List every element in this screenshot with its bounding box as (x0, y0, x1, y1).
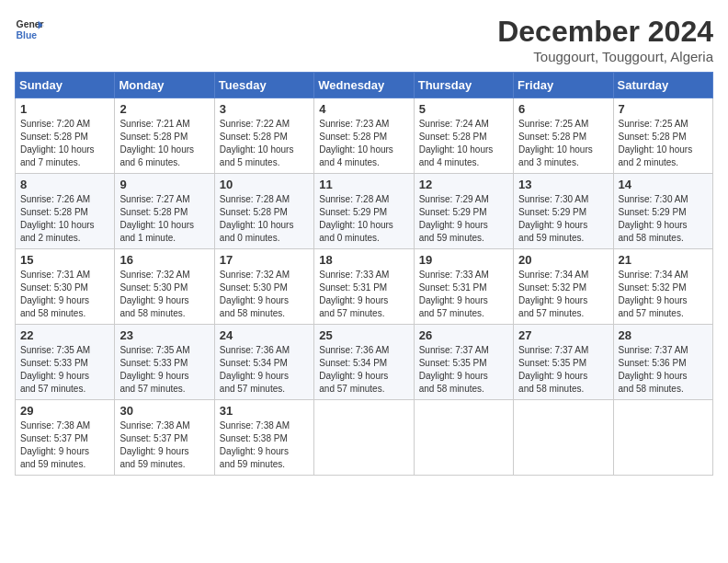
day-number: 28 (619, 328, 708, 342)
day-number: 30 (119, 404, 209, 418)
weekday-saturday: Saturday (613, 73, 712, 98)
day-info: Sunrise: 7:24 AM Sunset: 5:28 PM Dayligh… (419, 118, 508, 169)
title-area: December 2024 Touggourt, Touggourt, Alge… (497, 15, 713, 64)
day-info: Sunrise: 7:38 AM Sunset: 5:37 PM Dayligh… (20, 419, 109, 471)
day-number: 3 (220, 102, 309, 116)
day-cell: 26Sunrise: 7:37 AM Sunset: 5:35 PM Dayli… (414, 325, 513, 400)
weekday-sunday: Sunday (16, 73, 115, 98)
day-number: 9 (119, 178, 209, 191)
day-info: Sunrise: 7:35 AM Sunset: 5:33 PM Dayligh… (119, 344, 209, 396)
day-number: 6 (518, 102, 608, 116)
day-info: Sunrise: 7:34 AM Sunset: 5:32 PM Dayligh… (619, 269, 708, 320)
day-number: 26 (419, 328, 508, 342)
day-info: Sunrise: 7:25 AM Sunset: 5:28 PM Dayligh… (518, 118, 608, 169)
day-cell: 14Sunrise: 7:30 AM Sunset: 5:29 PM Dayli… (613, 174, 712, 249)
day-info: Sunrise: 7:25 AM Sunset: 5:28 PM Dayligh… (619, 118, 708, 169)
day-info: Sunrise: 7:36 AM Sunset: 5:34 PM Dayligh… (220, 344, 309, 396)
day-number: 14 (619, 178, 708, 191)
day-info: Sunrise: 7:27 AM Sunset: 5:28 PM Dayligh… (119, 193, 209, 245)
day-number: 18 (319, 253, 408, 267)
day-cell: 5Sunrise: 7:24 AM Sunset: 5:28 PM Daylig… (414, 98, 513, 174)
week-row-3: 15Sunrise: 7:31 AM Sunset: 5:30 PM Dayli… (16, 249, 713, 325)
weekday-tuesday: Tuesday (214, 73, 313, 98)
day-number: 27 (518, 328, 608, 342)
day-cell: 10Sunrise: 7:28 AM Sunset: 5:28 PM Dayli… (214, 174, 313, 249)
day-number: 15 (20, 253, 109, 267)
week-row-5: 29Sunrise: 7:38 AM Sunset: 5:37 PM Dayli… (16, 400, 713, 476)
day-info: Sunrise: 7:31 AM Sunset: 5:30 PM Dayligh… (20, 269, 109, 320)
day-number: 10 (220, 178, 309, 191)
day-number: 2 (119, 102, 209, 116)
week-row-1: 1Sunrise: 7:20 AM Sunset: 5:28 PM Daylig… (16, 98, 713, 174)
day-info: Sunrise: 7:23 AM Sunset: 5:28 PM Dayligh… (319, 118, 408, 169)
day-cell: 8Sunrise: 7:26 AM Sunset: 5:28 PM Daylig… (16, 174, 115, 249)
day-info: Sunrise: 7:20 AM Sunset: 5:28 PM Dayligh… (20, 118, 109, 169)
day-info: Sunrise: 7:21 AM Sunset: 5:28 PM Dayligh… (119, 118, 209, 169)
day-info: Sunrise: 7:29 AM Sunset: 5:29 PM Dayligh… (419, 193, 508, 245)
weekday-friday: Friday (514, 73, 613, 98)
day-info: Sunrise: 7:37 AM Sunset: 5:36 PM Dayligh… (619, 344, 708, 396)
day-info: Sunrise: 7:38 AM Sunset: 5:37 PM Dayligh… (119, 419, 209, 471)
day-cell (514, 400, 613, 476)
month-title: December 2024 (497, 15, 713, 49)
calendar: SundayMondayTuesdayWednesdayThursdayFrid… (15, 72, 713, 476)
day-number: 7 (619, 102, 708, 116)
day-cell (414, 400, 513, 476)
day-info: Sunrise: 7:30 AM Sunset: 5:29 PM Dayligh… (619, 193, 708, 245)
day-cell: 9Sunrise: 7:27 AM Sunset: 5:28 PM Daylig… (115, 174, 214, 249)
day-cell: 1Sunrise: 7:20 AM Sunset: 5:28 PM Daylig… (16, 98, 115, 174)
day-info: Sunrise: 7:32 AM Sunset: 5:30 PM Dayligh… (119, 269, 209, 320)
day-cell: 21Sunrise: 7:34 AM Sunset: 5:32 PM Dayli… (613, 249, 712, 325)
day-info: Sunrise: 7:35 AM Sunset: 5:33 PM Dayligh… (20, 344, 109, 396)
day-number: 20 (518, 253, 608, 267)
day-cell: 22Sunrise: 7:35 AM Sunset: 5:33 PM Dayli… (16, 325, 115, 400)
day-cell: 30Sunrise: 7:38 AM Sunset: 5:37 PM Dayli… (115, 400, 214, 476)
day-number: 16 (119, 253, 209, 267)
day-cell: 7Sunrise: 7:25 AM Sunset: 5:28 PM Daylig… (613, 98, 712, 174)
day-number: 4 (319, 102, 408, 116)
day-number: 29 (20, 404, 109, 418)
day-info: Sunrise: 7:28 AM Sunset: 5:29 PM Dayligh… (319, 193, 408, 245)
day-cell: 28Sunrise: 7:37 AM Sunset: 5:36 PM Dayli… (613, 325, 712, 400)
day-number: 25 (319, 328, 408, 342)
day-number: 21 (619, 253, 708, 267)
day-number: 22 (20, 328, 109, 342)
day-info: Sunrise: 7:37 AM Sunset: 5:35 PM Dayligh… (419, 344, 508, 396)
day-info: Sunrise: 7:33 AM Sunset: 5:31 PM Dayligh… (419, 269, 508, 320)
svg-text:Blue: Blue (17, 30, 38, 40)
weekday-monday: Monday (115, 73, 214, 98)
day-cell: 27Sunrise: 7:37 AM Sunset: 5:35 PM Dayli… (514, 325, 613, 400)
day-cell: 6Sunrise: 7:25 AM Sunset: 5:28 PM Daylig… (514, 98, 613, 174)
weekday-wednesday: Wednesday (314, 73, 414, 98)
logo-icon: General Blue (15, 15, 44, 44)
day-info: Sunrise: 7:26 AM Sunset: 5:28 PM Dayligh… (20, 193, 109, 245)
day-cell: 12Sunrise: 7:29 AM Sunset: 5:29 PM Dayli… (414, 174, 513, 249)
day-cell: 3Sunrise: 7:22 AM Sunset: 5:28 PM Daylig… (214, 98, 313, 174)
day-info: Sunrise: 7:37 AM Sunset: 5:35 PM Dayligh… (518, 344, 608, 396)
day-number: 8 (20, 178, 109, 191)
day-info: Sunrise: 7:38 AM Sunset: 5:38 PM Dayligh… (220, 419, 309, 471)
location-title: Touggourt, Touggourt, Algeria (497, 49, 713, 64)
day-cell: 29Sunrise: 7:38 AM Sunset: 5:37 PM Dayli… (16, 400, 115, 476)
day-info: Sunrise: 7:30 AM Sunset: 5:29 PM Dayligh… (518, 193, 608, 245)
day-cell: 23Sunrise: 7:35 AM Sunset: 5:33 PM Dayli… (115, 325, 214, 400)
day-info: Sunrise: 7:22 AM Sunset: 5:28 PM Dayligh… (220, 118, 309, 169)
day-cell: 4Sunrise: 7:23 AM Sunset: 5:28 PM Daylig… (314, 98, 414, 174)
day-number: 19 (419, 253, 508, 267)
day-info: Sunrise: 7:33 AM Sunset: 5:31 PM Dayligh… (319, 269, 408, 320)
day-cell: 15Sunrise: 7:31 AM Sunset: 5:30 PM Dayli… (16, 249, 115, 325)
day-cell: 11Sunrise: 7:28 AM Sunset: 5:29 PM Dayli… (314, 174, 414, 249)
day-number: 5 (419, 102, 508, 116)
weekday-header-row: SundayMondayTuesdayWednesdayThursdayFrid… (16, 73, 713, 98)
week-row-4: 22Sunrise: 7:35 AM Sunset: 5:33 PM Dayli… (16, 325, 713, 400)
day-cell: 2Sunrise: 7:21 AM Sunset: 5:28 PM Daylig… (115, 98, 214, 174)
day-cell (314, 400, 414, 476)
day-info: Sunrise: 7:32 AM Sunset: 5:30 PM Dayligh… (220, 269, 309, 320)
day-cell (613, 400, 712, 476)
day-number: 1 (20, 102, 109, 116)
day-cell: 17Sunrise: 7:32 AM Sunset: 5:30 PM Dayli… (214, 249, 313, 325)
day-info: Sunrise: 7:34 AM Sunset: 5:32 PM Dayligh… (518, 269, 608, 320)
day-number: 11 (319, 178, 408, 191)
day-info: Sunrise: 7:36 AM Sunset: 5:34 PM Dayligh… (319, 344, 408, 396)
day-cell: 25Sunrise: 7:36 AM Sunset: 5:34 PM Dayli… (314, 325, 414, 400)
